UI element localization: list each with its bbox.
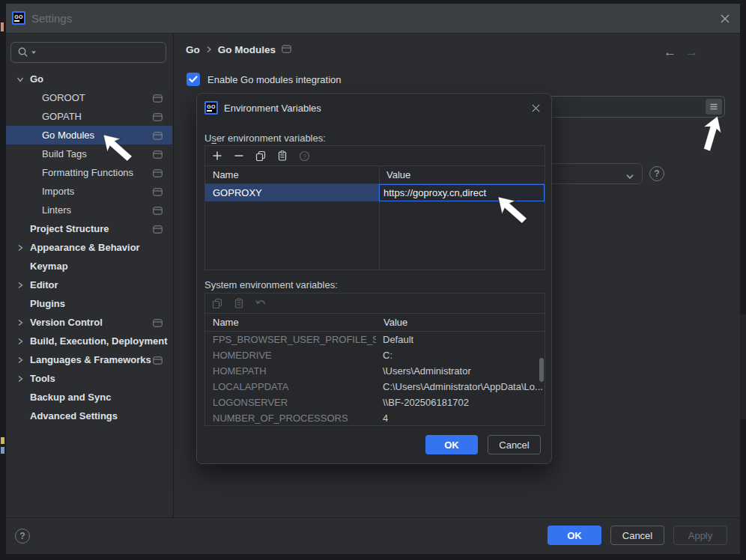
sidebar-item[interactable]: Project Structure xyxy=(6,219,172,238)
sidebar-item[interactable]: Build, Execution, Deployment xyxy=(6,332,172,350)
column-header-name[interactable]: Name xyxy=(205,317,376,328)
dialog-close-icon[interactable] xyxy=(531,103,541,113)
breadcrumb-separator-icon xyxy=(206,44,212,55)
project-level-icon xyxy=(153,94,163,105)
edge-artifact xyxy=(740,314,746,419)
env-value-editor[interactable]: https://goproxy.cn,direct xyxy=(379,184,545,201)
enable-go-modules-checkbox[interactable] xyxy=(186,73,200,86)
sidebar-item[interactable]: Version Control xyxy=(6,313,172,332)
chevron-icon xyxy=(16,313,30,332)
help-icon[interactable]: ? xyxy=(15,529,30,544)
paste-icon[interactable] xyxy=(234,298,244,308)
sidebar-item[interactable]: Go xyxy=(6,70,172,88)
cancel-button[interactable]: Cancel xyxy=(610,526,664,545)
project-level-icon xyxy=(153,150,163,161)
column-header-value[interactable]: Value xyxy=(376,317,407,328)
sidebar-item[interactable]: Advanced Settings xyxy=(6,407,172,425)
remove-icon[interactable] xyxy=(234,150,244,161)
goland-logo-icon: GO xyxy=(12,11,25,25)
sidebar-item[interactable]: Tools xyxy=(6,369,172,388)
chevron-icon xyxy=(16,388,30,407)
table-row[interactable]: GOPROXY https://goproxy.cn,direct xyxy=(205,184,545,201)
back-arrow-icon[interactable]: ← xyxy=(664,45,676,60)
goland-logo-icon: GO xyxy=(204,101,218,115)
copy-icon[interactable] xyxy=(212,298,222,308)
settings-sidebar: Go GOROOT xyxy=(6,34,174,517)
enable-go-modules-label: Enable Go modules integration xyxy=(207,74,342,85)
env-name-cell[interactable]: GOPROXY xyxy=(205,187,379,198)
copy-icon[interactable] xyxy=(255,150,266,161)
env-name-cell: LOCALAPPDATA xyxy=(205,381,376,392)
project-level-icon xyxy=(153,356,163,367)
enable-go-modules-row: Enable Go modules integration xyxy=(186,73,342,86)
help-icon[interactable]: ? xyxy=(299,150,310,162)
HOMEDRIVE[interactable]: HOMEDRIVE C: xyxy=(205,347,545,363)
sidebar-item[interactable]: Go Modules xyxy=(6,126,172,144)
sidebar-item-label: Build, Execution, Deployment xyxy=(30,335,167,347)
user-env-header-row: Name Value xyxy=(205,166,545,184)
sidebar-item-label: Tools xyxy=(30,373,55,384)
dialog-cancel-button[interactable]: Cancel xyxy=(488,435,541,454)
env-name-cell: HOMEPATH xyxy=(205,365,376,377)
sidebar-item-label: Backup and Sync xyxy=(30,392,111,403)
apply-button[interactable]: Apply xyxy=(673,526,727,545)
chevron-icon xyxy=(16,350,30,369)
sidebar-item[interactable]: Backup and Sync xyxy=(6,388,172,407)
sidebar-item[interactable]: Languages & Frameworks xyxy=(6,350,172,369)
sidebar-item[interactable]: Formatting Functions xyxy=(6,163,172,182)
HOMEPATH[interactable]: HOMEPATH \Users\Administrator xyxy=(205,363,545,379)
screen: GO Settings xyxy=(0,0,746,560)
chevron-icon xyxy=(16,369,30,388)
env-name-cell: LOGONSERVER xyxy=(205,397,376,408)
sidebar-item[interactable]: GOROOT xyxy=(6,88,172,107)
paste-icon[interactable] xyxy=(277,150,288,161)
breadcrumb: Go Go Modules xyxy=(186,44,291,55)
sidebar-item-label: Formatting Functions xyxy=(42,167,133,178)
user-env-label: User environment variables: xyxy=(204,133,326,144)
sidebar-item-label: Go Modules xyxy=(42,130,94,141)
column-header-value[interactable]: Value xyxy=(379,169,410,180)
edge-artifact xyxy=(1,22,4,31)
sidebar-item-label: Version Control xyxy=(30,317,103,328)
sidebar-item-label: Advanced Settings xyxy=(30,410,118,421)
sidebar-item[interactable]: Build Tags xyxy=(6,144,172,163)
window-close-icon[interactable] xyxy=(720,13,730,24)
sidebar-item[interactable]: Keymap xyxy=(6,257,172,276)
add-icon[interactable] xyxy=(212,150,222,161)
breadcrumb-item-go-modules[interactable]: Go Modules xyxy=(218,44,276,55)
revert-icon[interactable] xyxy=(255,299,267,308)
env-value-cell: \Users\Administrator xyxy=(376,365,471,377)
breadcrumb-item-go[interactable]: Go xyxy=(186,44,200,55)
sidebar-item-label: Imports xyxy=(42,186,74,197)
column-header-name[interactable]: Name xyxy=(205,169,379,180)
system-env-table: Name Value FPS_BROWSER_USER_PROFILE_STRI… xyxy=(204,293,545,426)
env-value-cell: C: xyxy=(376,350,392,361)
window-title: Settings xyxy=(31,12,72,25)
sidebar-item-label: GOPATH xyxy=(42,111,82,122)
sidebar-item[interactable]: Linters xyxy=(6,201,172,219)
help-icon[interactable]: ? xyxy=(649,166,664,181)
chevron-icon xyxy=(16,238,30,257)
sidebar-item[interactable]: Editor xyxy=(6,276,172,294)
environment-variables-button[interactable] xyxy=(706,99,722,115)
sidebar-item[interactable]: GOPATH xyxy=(6,107,172,126)
forward-arrow-icon[interactable]: → xyxy=(685,45,698,60)
sidebar-item[interactable]: Appearance & Behavior xyxy=(6,238,172,257)
system-env-header-row: Name Value xyxy=(205,314,545,332)
sidebar-item-label: Build Tags xyxy=(42,148,87,159)
dialog-title: Environment Variables xyxy=(224,103,321,114)
FPS_BROWSER_USER_PROFILE_STRI...[interactable]: FPS_BROWSER_USER_PROFILE_STRI... Default xyxy=(205,332,545,347)
ok-button[interactable]: OK xyxy=(548,526,601,545)
LOCALAPPDATA[interactable]: LOCALAPPDATA C:\Users\Administrator\AppD… xyxy=(205,379,545,395)
settings-tree: Go GOROOT xyxy=(6,70,172,425)
project-level-icon xyxy=(153,318,163,329)
sidebar-item[interactable]: Imports xyxy=(6,182,172,201)
NUMBER_OF_PROCESSORS[interactable]: NUMBER_OF_PROCESSORS 4 xyxy=(205,410,545,426)
env-value-cell: Default xyxy=(376,334,413,345)
scrollbar-thumb[interactable] xyxy=(539,358,544,382)
search-input[interactable] xyxy=(10,42,166,63)
LOGONSERVER[interactable]: LOGONSERVER \\BF-202506181702 xyxy=(205,395,545,410)
sidebar-item-label: Plugins xyxy=(30,298,65,309)
sidebar-item[interactable]: Plugins xyxy=(6,294,172,313)
dialog-ok-button[interactable]: OK xyxy=(425,435,478,454)
